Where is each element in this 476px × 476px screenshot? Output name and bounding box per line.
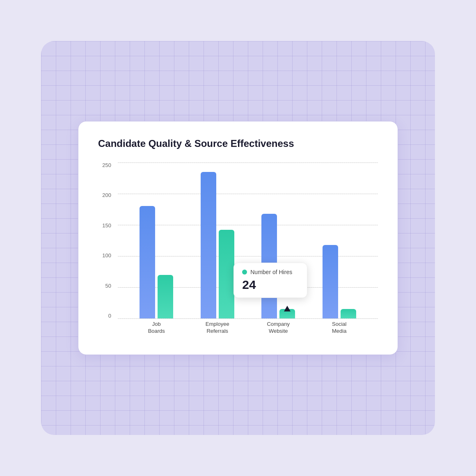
bar-teal-employee-referrals[interactable] [219,230,234,318]
bar-group-social-media [309,162,370,318]
x-label-employee-referrals: EmployeeReferrals [187,321,248,335]
y-label-0: 0 [108,313,111,318]
tooltip-value: 24 [242,278,299,292]
tooltip-dot [242,270,247,275]
bars-job-boards [126,162,187,318]
y-label-50: 50 [105,283,111,288]
tooltip-header: Number of Hires [242,269,299,275]
tooltip-label: Number of Hires [250,269,292,275]
bar-teal-company-website[interactable]: Number of Hires 24 [279,309,295,318]
bar-group-company-website: Number of Hires 24 [248,162,309,318]
bar-teal-job-boards[interactable] [158,275,173,318]
bar-blue-job-boards[interactable] [140,206,155,318]
bars-container: Number of Hires 24 [118,162,378,318]
y-axis: 250 200 150 100 50 0 [98,162,114,318]
y-label-150: 150 [102,223,111,228]
chart-title: Candidate Quality & Source Effectiveness [98,138,378,149]
bar-blue-social-media[interactable] [323,245,338,318]
y-label-200: 200 [102,192,111,198]
x-label-social-media: SocialMedia [309,321,370,335]
outer-container: Candidate Quality & Source Effectiveness… [41,41,435,435]
x-axis: JobBoards EmployeeReferrals CompanyWebsi… [118,318,378,335]
bars-social-media [309,162,370,318]
cursor-icon [284,306,291,311]
y-label-250: 250 [102,162,111,168]
tooltip: Number of Hires 24 [233,263,307,298]
chart-area: 250 200 150 100 50 0 [98,162,378,335]
bars-company-website: Number of Hires 24 [248,162,309,318]
x-label-company-website: CompanyWebsite [248,321,309,335]
bar-group-job-boards [126,162,187,318]
bar-teal-social-media[interactable] [341,309,356,318]
x-label-job-boards: JobBoards [126,321,187,335]
bar-blue-employee-referrals[interactable] [201,172,216,318]
chart-card: Candidate Quality & Source Effectiveness… [78,121,398,355]
y-label-100: 100 [102,253,111,258]
